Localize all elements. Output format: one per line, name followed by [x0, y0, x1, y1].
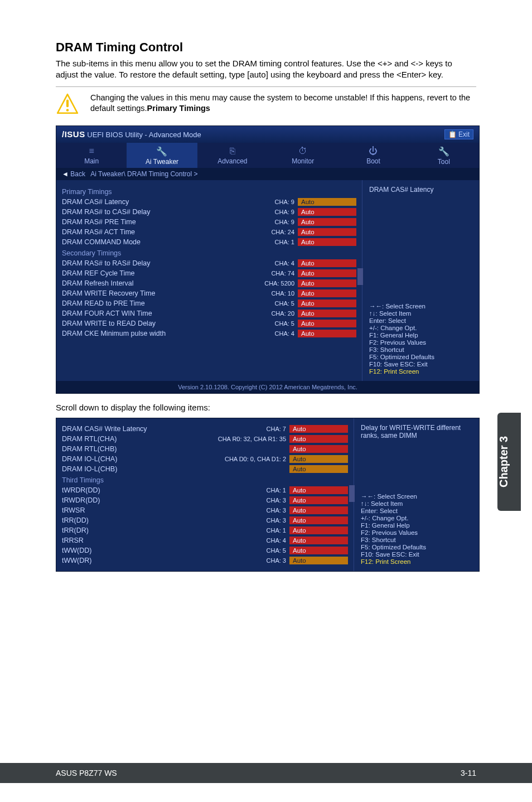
- setting-channel: CHA: 9: [264, 209, 298, 215]
- setting-value[interactable]: Auto: [289, 425, 348, 433]
- svg-point-1: [66, 109, 69, 112]
- help-line: +/-: Change Opt.: [369, 325, 472, 331]
- setting-channel: CHA: 4: [256, 537, 289, 544]
- scrollbar-handle[interactable]: [349, 485, 355, 502]
- exit-button[interactable]: 📋 Exit: [444, 129, 473, 139]
- setting-row[interactable]: tRRSRCHA: 4Auto: [62, 537, 348, 544]
- setting-value[interactable]: Auto: [298, 238, 356, 246]
- setting-row[interactable]: DRAM COMMAND ModeCHA: 1Auto: [62, 238, 356, 246]
- tab-monitor[interactable]: ⏱Monitor: [268, 143, 338, 168]
- setting-channel: CHA: 4: [264, 260, 298, 267]
- setting-row[interactable]: DRAM CAS# LatencyCHA: 9Auto: [62, 198, 356, 206]
- setting-label: DRAM RAS# PRE Time: [62, 218, 264, 226]
- bios-footer: Version 2.10.1208. Copyright (C) 2012 Am…: [56, 381, 479, 393]
- setting-value[interactable]: Auto: [289, 465, 348, 473]
- setting-value[interactable]: Auto: [298, 310, 356, 317]
- setting-value[interactable]: Auto: [298, 259, 356, 267]
- setting-channel: CHA: 1: [256, 527, 289, 534]
- help-line: F5: Optimized Defaults: [361, 544, 472, 550]
- setting-value[interactable]: Auto: [289, 435, 348, 443]
- setting-channel: CHA: 5: [264, 320, 298, 327]
- help-line: ↑↓: Select Item: [361, 500, 472, 507]
- setting-row[interactable]: DRAM FOUR ACT WIN TimeCHA: 20Auto: [62, 310, 356, 317]
- setting-row[interactable]: DRAM RAS# to RAS# DelayCHA: 4Auto: [62, 259, 356, 267]
- scroll-instruction: Scroll down to display the following ite…: [56, 403, 476, 412]
- bios-window-1: /ISUS UEFI BIOS Utility - Advanced Mode …: [56, 125, 480, 394]
- footer-right: 3-11: [461, 769, 476, 777]
- tab-boot[interactable]: ⏻Boot: [338, 143, 408, 168]
- scrollbar-handle[interactable]: [357, 268, 363, 285]
- help-line: Enter: Select: [361, 508, 472, 514]
- setting-row[interactable]: tWRDR(DD)CHA: 1Auto: [62, 486, 348, 494]
- tab-main[interactable]: ≡Main: [56, 143, 127, 168]
- setting-row[interactable]: DRAM RAS# ACT TimeCHA: 24Auto: [62, 228, 356, 236]
- setting-row[interactable]: DRAM READ to PRE TimeCHA: 5Auto: [62, 299, 356, 307]
- setting-value[interactable]: Auto: [289, 547, 348, 554]
- help-line: F12: Print Screen: [361, 558, 472, 565]
- help-line: →←: Select Screen: [369, 303, 472, 310]
- setting-row[interactable]: tRR(DD)CHA: 3Auto: [62, 516, 348, 524]
- setting-label: DRAM CKE Minimum pulse width: [62, 330, 264, 337]
- setting-channel: CHA: 24: [264, 229, 298, 235]
- section-header: Primary Timings: [62, 188, 356, 196]
- setting-row[interactable]: tWW(DD)CHA: 5Auto: [62, 547, 348, 554]
- setting-value[interactable]: Auto: [298, 279, 356, 287]
- svg-rect-0: [66, 99, 69, 107]
- setting-label: tRWDR(DD): [62, 496, 256, 504]
- help-line: F1: General Help: [361, 522, 472, 529]
- setting-row[interactable]: DRAM RTL(CHB)Auto: [62, 445, 348, 453]
- side-panel-2: Delay for WRITE-WRITE different ranks, s…: [354, 418, 479, 571]
- setting-label: tRR(DD): [62, 516, 256, 524]
- tab-advanced[interactable]: ⎘Advanced: [197, 143, 268, 168]
- tab-tool[interactable]: 🔧Tool: [409, 143, 479, 168]
- setting-value[interactable]: Auto: [298, 289, 356, 297]
- tab-ai-tweaker[interactable]: 🔧Ai Tweaker: [127, 143, 197, 168]
- setting-value[interactable]: Auto: [298, 198, 356, 206]
- setting-value[interactable]: Auto: [289, 486, 348, 494]
- setting-value[interactable]: Auto: [298, 218, 356, 226]
- warning-icon: [56, 93, 79, 118]
- setting-row[interactable]: tWW(DR)CHA: 3Auto: [62, 557, 348, 564]
- breadcrumb[interactable]: ◄ Back Ai Tweaker\ DRAM Timing Control >: [56, 168, 479, 180]
- setting-value[interactable]: Auto: [298, 330, 356, 337]
- setting-row[interactable]: DRAM WRITE Recovery TimeCHA: 10Auto: [62, 289, 356, 297]
- setting-value[interactable]: Auto: [298, 299, 356, 307]
- setting-value[interactable]: Auto: [298, 320, 356, 327]
- setting-value[interactable]: Auto: [289, 506, 348, 514]
- setting-row[interactable]: DRAM IO-L(CHB)Auto: [62, 465, 348, 473]
- setting-row[interactable]: DRAM CAS# Write LatencyCHA: 7Auto: [62, 425, 348, 433]
- setting-value[interactable]: Auto: [298, 269, 356, 277]
- setting-row[interactable]: DRAM IO-L(CHA)CHA D0: 0, CHA D1: 2Auto: [62, 455, 348, 463]
- settings-panel: Primary TimingsDRAM CAS# LatencyCHA: 9Au…: [56, 180, 362, 381]
- alert-box: Changing the values in this menu may cau…: [56, 93, 476, 118]
- side-panel-1: DRAM CAS# Latency →←: Select Screen↑↓: S…: [362, 180, 479, 381]
- setting-channel: CHA: 20: [264, 310, 298, 317]
- setting-value[interactable]: Auto: [289, 455, 348, 463]
- setting-value[interactable]: Auto: [289, 445, 348, 453]
- setting-row[interactable]: DRAM RAS# PRE TimeCHA: 9Auto: [62, 218, 356, 226]
- help-line: F12: Print Screen: [369, 368, 472, 375]
- setting-row[interactable]: tRWDR(DD)CHA: 3Auto: [62, 496, 348, 504]
- setting-value[interactable]: Auto: [289, 516, 348, 524]
- setting-label: DRAM REF Cycle Time: [62, 269, 264, 277]
- setting-label: tWW(DD): [62, 547, 256, 554]
- setting-value[interactable]: Auto: [289, 557, 348, 564]
- setting-row[interactable]: tRWSRCHA: 3Auto: [62, 506, 348, 514]
- setting-row[interactable]: DRAM WRITE to READ DelayCHA: 5Auto: [62, 320, 356, 327]
- bios-title-rest: UEFI BIOS Utility - Advanced Mode: [85, 131, 201, 139]
- setting-value[interactable]: Auto: [289, 526, 348, 534]
- setting-row[interactable]: DRAM CKE Minimum pulse widthCHA: 4Auto: [62, 330, 356, 337]
- setting-channel: CHA: 3: [256, 517, 289, 524]
- setting-value[interactable]: Auto: [289, 496, 348, 504]
- setting-value[interactable]: Auto: [298, 208, 356, 216]
- footer-left: ASUS P8Z77 WS: [56, 769, 117, 777]
- setting-row[interactable]: tRR(DR)CHA: 1Auto: [62, 526, 348, 534]
- setting-row[interactable]: DRAM Refresh IntervalCHA: 5200Auto: [62, 279, 356, 287]
- setting-value[interactable]: Auto: [298, 228, 356, 236]
- setting-label: DRAM IO-L(CHB): [62, 465, 211, 473]
- setting-row[interactable]: DRAM REF Cycle TimeCHA: 74Auto: [62, 269, 356, 277]
- setting-row[interactable]: DRAM RTL(CHA)CHA R0: 32, CHA R1: 35Auto: [62, 435, 348, 443]
- setting-channel: CHA: 3: [256, 497, 289, 504]
- setting-value[interactable]: Auto: [289, 537, 348, 544]
- setting-row[interactable]: DRAM RAS# to CAS# DelayCHA: 9Auto: [62, 208, 356, 216]
